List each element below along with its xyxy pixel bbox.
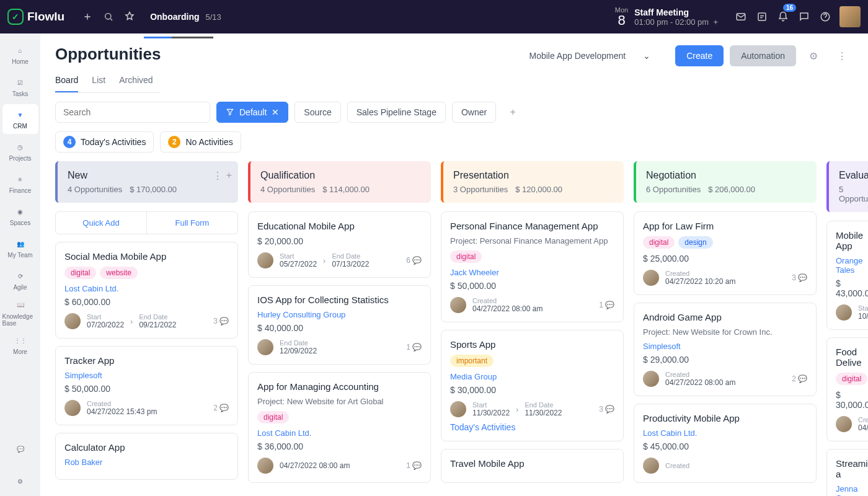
onboarding-widget[interactable]: Onboarding 5/13 — [150, 12, 221, 22]
sidebar-item-settings[interactable]: ⚙ — [2, 466, 38, 496]
sidebar-item-feedback[interactable]: 💬 — [2, 434, 38, 464]
avatar — [643, 371, 659, 387]
opportunity-card[interactable]: Calculator App Rob Baker — [55, 433, 238, 480]
avatar — [836, 304, 852, 321]
chat-icon[interactable] — [794, 6, 815, 27]
sidebar-item-more[interactable]: ⋮⋮More — [2, 330, 38, 360]
opportunity-card[interactable]: Sports App important Media Group $ 30,00… — [441, 330, 624, 441]
avatar — [450, 297, 466, 313]
sidebar-item-crm[interactable]: ▼CRM — [2, 104, 38, 134]
avatar — [257, 458, 273, 474]
sidebar-item-agile[interactable]: ⟳Agile — [2, 265, 38, 295]
page-title: Opportunities — [55, 45, 161, 64]
column-new: New 4 Opportunities$ 170,000.00 ⋮+ Quick… — [55, 161, 238, 484]
full-form-button[interactable]: Full Form — [147, 212, 237, 234]
create-button[interactable]: Create — [675, 45, 724, 66]
filter-owner[interactable]: Owner — [452, 102, 496, 123]
help-icon[interactable] — [815, 6, 836, 27]
avatar — [643, 270, 659, 286]
opportunity-card[interactable]: Android Game App Project: New Website fo… — [634, 303, 817, 396]
filter-source[interactable]: Source — [294, 102, 340, 123]
today-activities-pill[interactable]: 4 Today's Activities — [55, 131, 154, 153]
opportunity-card[interactable]: App for Managing Accounting Project: New… — [248, 372, 431, 483]
user-avatar[interactable] — [839, 6, 861, 27]
add-filter-icon[interactable]: + — [502, 102, 523, 123]
opportunity-card[interactable]: Tracker App Simplesoft $ 50,000.00 Creat… — [55, 346, 238, 425]
avatar — [257, 339, 273, 355]
close-icon[interactable]: ✕ — [272, 107, 279, 117]
column-menu-icon[interactable]: ⋮ — [213, 170, 223, 182]
mail-icon[interactable] — [730, 6, 751, 27]
opportunity-card[interactable]: App for Law Firm digitaldesign $ 25,000.… — [634, 211, 817, 295]
column-add-icon[interactable]: + — [226, 170, 232, 182]
avatar — [257, 252, 273, 268]
column-evaluation: Evaluation 5 Opportunities Mobile App Or… — [826, 161, 868, 484]
sidebar-item-spaces[interactable]: ◉Spaces — [2, 201, 38, 231]
avatar — [643, 458, 659, 474]
kanban-board: New 4 Opportunities$ 170,000.00 ⋮+ Quick… — [40, 161, 868, 496]
tab-list[interactable]: List — [92, 71, 105, 92]
sidebar-item-projects[interactable]: ◷Projects — [2, 136, 38, 166]
opportunity-card[interactable]: Social Media Mobile App digitalwebsite L… — [55, 242, 238, 339]
note-icon[interactable] — [751, 6, 773, 27]
pin-icon[interactable] — [119, 6, 140, 27]
topbar-meeting[interactable]: Mon 8 Staff Meeting 01:00 pm - 02:00 pm … — [615, 6, 718, 27]
sidebar-item-myteam[interactable]: 👥My Team — [2, 233, 38, 263]
pipeline-dropdown[interactable]: Mobile App Development⌄ — [523, 47, 669, 64]
opportunity-card[interactable]: Streaming a Jenna Grove Created08/08/ — [826, 449, 868, 496]
quick-add-button[interactable]: Quick Add — [56, 212, 147, 234]
opportunity-card[interactable]: IOS App for Collecting Statistics Hurley… — [248, 285, 431, 365]
opportunity-card[interactable]: Educational Mobile App $ 20,000.00 Start… — [248, 211, 431, 278]
sidebar-item-home[interactable]: ⌂Home — [2, 40, 38, 69]
svg-point-0 — [105, 14, 111, 19]
opportunity-card[interactable]: Productivity Mobile App Lost Cabin Ltd. … — [634, 404, 817, 483]
avatar — [450, 401, 466, 417]
logo-mark: ✓ — [7, 9, 24, 25]
plus-icon[interactable] — [77, 6, 98, 27]
column-negotiation: Negotiation 6 Opportunities$ 206,000.00 … — [634, 161, 817, 484]
sidebar-item-tasks[interactable]: ☑Tasks — [2, 72, 38, 102]
column-qualification: Qualification 4 Opportunities$ 114,000.0… — [248, 161, 431, 484]
filter-stage[interactable]: Sales Pipeline Stage — [347, 102, 446, 123]
sidebar-item-finance[interactable]: ≡Finance — [2, 169, 38, 198]
brand-logo[interactable]: ✓ Flowlu — [7, 9, 64, 25]
gear-icon[interactable]: ⚙ — [802, 45, 825, 67]
automation-button[interactable]: Automation — [730, 45, 796, 66]
search-input[interactable] — [55, 102, 210, 123]
search-icon[interactable] — [98, 6, 119, 27]
no-activities-pill[interactable]: 2 No Activities — [160, 131, 241, 153]
sidebar: ⌂Home ☑Tasks ▼CRM ◷Projects ≡Finance ◉Sp… — [0, 33, 40, 496]
bell-icon[interactable]: 16 — [773, 6, 794, 27]
column-presentation: Presentation 3 Opportunities$ 120,000.00… — [441, 161, 624, 484]
filter-default[interactable]: Default ✕ — [216, 102, 288, 123]
opportunity-card[interactable]: Mobile App Orange Tales $ 43,000.00 Star… — [826, 221, 868, 330]
more-icon[interactable]: ⋮ — [831, 45, 853, 67]
tab-board[interactable]: Board — [55, 71, 78, 92]
tab-archived[interactable]: Archived — [119, 71, 153, 92]
opportunity-card[interactable]: Travel Mobile App — [441, 449, 624, 483]
avatar — [836, 416, 852, 432]
avatar — [64, 313, 81, 329]
opportunity-card[interactable]: Food Delive digital $ 30,000.00 Created0… — [826, 337, 868, 441]
svg-rect-2 — [758, 13, 766, 20]
opportunity-card[interactable]: Personal Finance Management App Project:… — [441, 211, 624, 322]
avatar — [64, 400, 81, 416]
sidebar-item-kb[interactable]: 📖Knowledge Base — [2, 298, 38, 327]
